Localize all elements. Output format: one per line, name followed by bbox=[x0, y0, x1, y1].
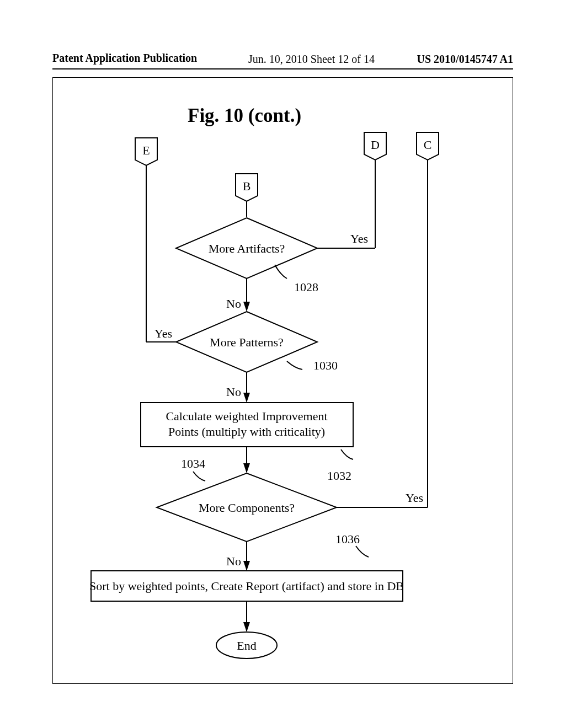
ref-hook-1034 bbox=[193, 472, 205, 481]
ref-1036: 1036 bbox=[335, 532, 360, 546]
svg-text:Yes: Yes bbox=[406, 491, 423, 505]
edge-patterns-yes-to-E: Yes bbox=[146, 165, 176, 342]
svg-text:No: No bbox=[226, 385, 241, 399]
svg-text:E: E bbox=[142, 143, 150, 157]
connector-B: B bbox=[236, 174, 258, 201]
ref-1032: 1032 bbox=[327, 469, 351, 483]
svg-text:B: B bbox=[243, 179, 251, 193]
connector-C: C bbox=[417, 132, 439, 160]
svg-text:Points (multiply with critical: Points (multiply with criticality) bbox=[168, 425, 325, 438]
svg-text:More Components?: More Components? bbox=[199, 501, 295, 515]
svg-text:More Artifacts?: More Artifacts? bbox=[209, 242, 285, 255]
ref-hook-1028 bbox=[275, 265, 287, 279]
edge-artifacts-no-to-patterns: No bbox=[226, 279, 247, 311]
svg-text:More Patterns?: More Patterns? bbox=[210, 335, 284, 349]
svg-text:Yes: Yes bbox=[154, 326, 172, 340]
svg-text:Sort by weighted points, Creat: Sort by weighted points, Create Report (… bbox=[89, 579, 404, 593]
terminator-end: End bbox=[216, 632, 277, 659]
connector-E: E bbox=[135, 138, 157, 165]
ref-1034: 1034 bbox=[181, 457, 205, 470]
svg-text:No: No bbox=[226, 297, 241, 311]
decision-more-artifacts: More Artifacts? bbox=[176, 218, 317, 279]
ref-hook-1032 bbox=[341, 449, 353, 459]
ref-hook-1030 bbox=[287, 361, 302, 370]
connector-D: D bbox=[364, 132, 386, 160]
flowchart: E B D C More Artifacts? 1028 More Patter… bbox=[0, 0, 565, 728]
svg-text:D: D bbox=[371, 138, 380, 152]
edge-components-no-to-sort: No bbox=[226, 542, 247, 570]
process-sort-create-report: Sort by weighted points, Create Report (… bbox=[89, 571, 404, 601]
svg-text:C: C bbox=[424, 138, 432, 152]
process-calculate-weighted: Calculate weighted Improvement Points (m… bbox=[141, 403, 353, 447]
svg-text:Yes: Yes bbox=[350, 232, 368, 245]
svg-text:Calculate weighted Improvement: Calculate weighted Improvement bbox=[166, 409, 327, 423]
ref-1028: 1028 bbox=[294, 280, 318, 294]
ref-hook-1036 bbox=[356, 546, 369, 557]
decision-more-patterns: More Patterns? bbox=[176, 312, 317, 372]
edge-patterns-no-to-calc: No bbox=[226, 372, 247, 402]
decision-more-components: More Components? bbox=[157, 473, 337, 542]
edge-artifacts-yes-to-D: Yes bbox=[317, 160, 375, 248]
svg-text:End: End bbox=[237, 639, 256, 652]
page: Patent Application Publication Jun. 10, … bbox=[0, 0, 565, 728]
ref-1030: 1030 bbox=[313, 358, 338, 372]
edge-components-yes-to-C: Yes bbox=[337, 160, 428, 507]
svg-text:No: No bbox=[226, 554, 241, 568]
